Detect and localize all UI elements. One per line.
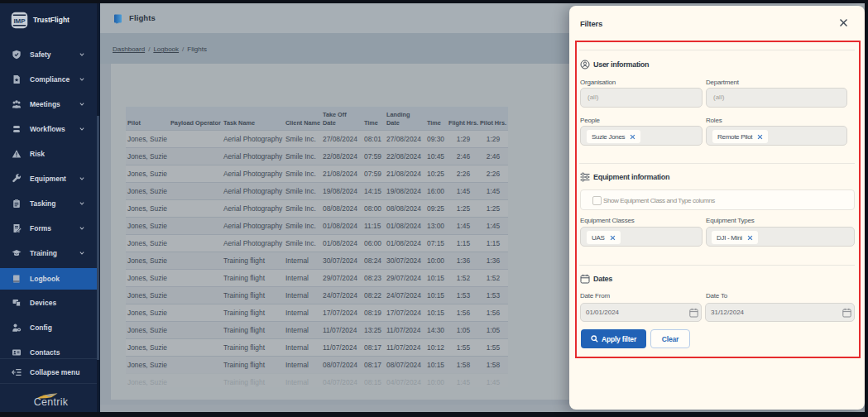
svg-text:IMP: IMP bbox=[13, 17, 26, 25]
